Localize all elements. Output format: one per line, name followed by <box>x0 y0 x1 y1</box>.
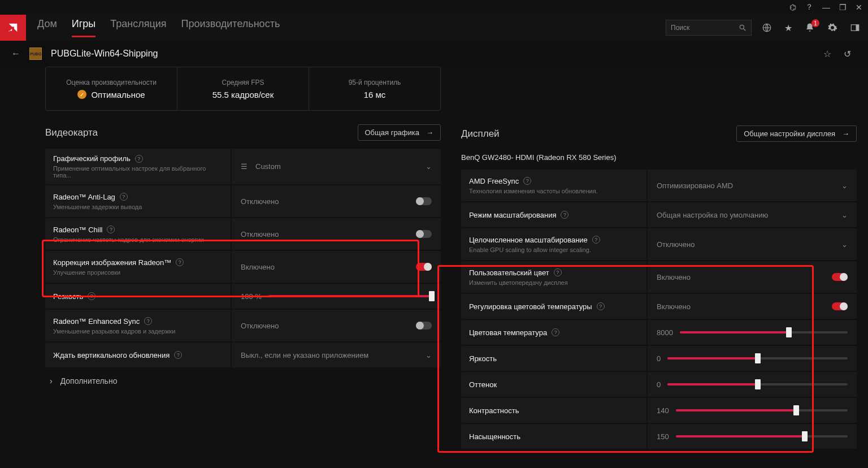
colortemp-slider[interactable] <box>680 331 848 333</box>
row-chill: Radeon™ Chill? Ограничение частоты кадро… <box>45 218 441 250</box>
info-icon[interactable]: ? <box>120 193 128 201</box>
vsync-dropdown[interactable]: Выкл., если не указано приложением ⌄ <box>232 343 441 367</box>
stat-fps-value: 55.5 кадров/сек <box>212 90 274 99</box>
nav-home[interactable]: Дом <box>37 18 57 37</box>
esync-toggle[interactable] <box>416 322 432 330</box>
gpu-column: Оценка производительности ✓Оптимальное С… <box>45 67 441 468</box>
antilag-title: Radeon™ Anti-Lag <box>53 193 115 201</box>
contrast-value: 140 <box>657 406 669 415</box>
panel-icon[interactable] <box>850 23 860 33</box>
display-section-title: Дисплей <box>461 128 500 140</box>
more-label: Дополнительно <box>60 376 118 385</box>
info-icon[interactable]: ? <box>174 351 182 359</box>
info-icon[interactable]: ? <box>597 302 605 310</box>
nav-performance[interactable]: Производительность <box>181 18 280 37</box>
colortemp-title: Цветовая температура <box>469 328 547 337</box>
scaling-dropdown[interactable]: Общая настройка по умолчанию ⌄ <box>648 202 857 227</box>
antilag-value: Отключено <box>241 197 279 206</box>
profile-dropdown[interactable]: ☰Custom ⌄ <box>232 149 441 184</box>
row-freesync: AMD FreeSync? Технология изменения часто… <box>461 170 857 201</box>
sharpness-title: Резкость <box>53 292 83 301</box>
bug-icon[interactable]: ⌬ <box>789 3 796 12</box>
chill-title: Radeon™ Chill <box>53 226 102 234</box>
scaling-title: Режим масштабирования <box>469 211 556 219</box>
favorite-icon[interactable]: ☆ <box>823 49 831 59</box>
esync-title: Radeon™ Enhanced Sync <box>53 317 140 326</box>
close-icon[interactable]: ✕ <box>856 3 862 12</box>
globe-icon[interactable] <box>762 23 772 33</box>
chevron-down-icon: ⌄ <box>841 181 848 190</box>
saturation-slider[interactable] <box>676 435 848 437</box>
chevron-down-icon: ⌄ <box>426 351 432 359</box>
chill-toggle[interactable] <box>416 230 432 238</box>
brightness-slider[interactable] <box>667 357 848 359</box>
bell-icon[interactable]: 1 <box>805 23 815 33</box>
chevron-right-icon: › <box>50 376 53 385</box>
info-icon[interactable]: ? <box>107 226 115 233</box>
stat-fps-label: Средняя FPS <box>222 79 264 86</box>
row-image-sharpening: Коррекция изображения Radeon™? Улучшение… <box>45 251 441 283</box>
intscale-sub: Enable GPU scaling to allow integer scal… <box>469 246 639 253</box>
search-input[interactable]: Поиск <box>666 20 752 36</box>
stat-performance: Оценка производительности ✓Оптимальное <box>46 67 177 110</box>
chevron-down-icon: ⌄ <box>426 162 432 171</box>
more-button[interactable]: › Дополнительно <box>45 367 441 395</box>
sliders-icon: ☰ <box>241 162 248 171</box>
back-arrow-icon[interactable]: ← <box>11 49 20 59</box>
sharpness-slider[interactable] <box>268 295 432 297</box>
topbar-icons: ★ 1 <box>762 23 860 33</box>
info-icon[interactable]: ? <box>135 155 143 163</box>
info-icon[interactable]: ? <box>554 268 562 276</box>
vsync-title: Ждать вертикального обновления <box>53 351 170 359</box>
global-display-button[interactable]: Общие настройки дисплея → <box>736 125 857 142</box>
custcolor-toggle[interactable] <box>832 273 848 281</box>
tempadj-toggle[interactable] <box>832 302 848 310</box>
display-rows: AMD FreeSync? Технология изменения часто… <box>461 170 857 449</box>
reset-icon[interactable]: ↺ <box>844 49 851 59</box>
monitor-name: BenQ GW2480- HDMI (Radeon RX 580 Series) <box>461 150 857 170</box>
intscale-title: Целочисленное масштабирование <box>469 236 588 244</box>
chevron-down-icon: ⌄ <box>841 240 848 249</box>
intscale-dropdown[interactable]: Отключено ⌄ <box>648 228 857 260</box>
intscale-value: Отключено <box>657 240 695 249</box>
hue-title: Оттенок <box>469 380 497 389</box>
search-icon <box>739 24 747 32</box>
info-icon[interactable]: ? <box>523 177 531 185</box>
content: Оценка производительности ✓Оптимальное С… <box>0 67 868 468</box>
stat-perf-value: Оптимальное <box>91 90 145 99</box>
chevron-down-icon: ⌄ <box>841 211 848 219</box>
minimize-icon[interactable]: — <box>822 3 830 12</box>
gear-icon[interactable] <box>827 23 837 33</box>
svg-line-1 <box>744 29 746 31</box>
maximize-icon[interactable]: ❐ <box>839 3 847 12</box>
info-icon[interactable]: ? <box>88 292 96 300</box>
svg-point-0 <box>740 25 744 29</box>
help-icon[interactable]: ？ <box>805 2 813 12</box>
saturation-value: 150 <box>657 432 669 441</box>
topbar: Дом Игры Трансляция Производительность П… <box>0 15 868 41</box>
hue-slider[interactable] <box>667 383 848 385</box>
sharp-sub: Улучшение прорисовки <box>53 269 223 276</box>
antilag-toggle[interactable] <box>416 197 432 205</box>
info-icon[interactable]: ? <box>552 328 559 336</box>
search-placeholder: Поиск <box>671 24 689 32</box>
row-scaling-mode: Режим масштабирования? Общая настройка п… <box>461 202 857 227</box>
global-graphics-button[interactable]: Общая графика → <box>358 124 441 141</box>
info-icon[interactable]: ? <box>561 211 568 219</box>
row-enhanced-sync: Radeon™ Enhanced Sync? Уменьшение разрыв… <box>45 310 441 341</box>
nav-stream[interactable]: Трансляция <box>110 18 166 37</box>
star-icon[interactable]: ★ <box>784 23 792 33</box>
info-icon[interactable]: ? <box>144 317 152 325</box>
brightness-title: Яркость <box>469 354 497 363</box>
info-icon[interactable]: ? <box>592 236 600 244</box>
contrast-title: Контрастность <box>469 406 519 415</box>
row-integer-scaling: Целочисленное масштабирование? Enable GP… <box>461 228 857 260</box>
contrast-slider[interactable] <box>676 409 848 411</box>
sharp-toggle[interactable] <box>416 263 432 271</box>
profile-sub: Применение оптимальных настроек для выбр… <box>53 165 223 179</box>
freesync-dropdown[interactable]: Оптимизировано AMD ⌄ <box>648 170 857 201</box>
esync-value: Отключено <box>241 322 279 330</box>
nav-games[interactable]: Игры <box>72 18 96 37</box>
amd-logo-icon[interactable] <box>0 15 26 41</box>
info-icon[interactable]: ? <box>176 258 184 266</box>
